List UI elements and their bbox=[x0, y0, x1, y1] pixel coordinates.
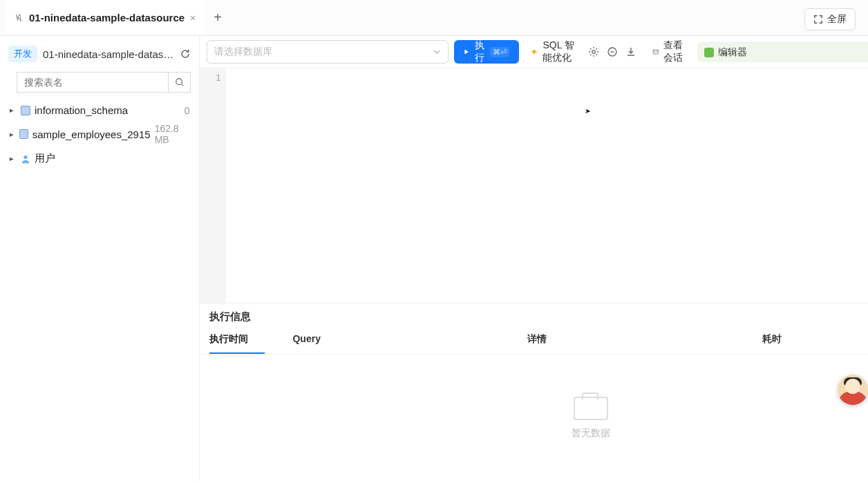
datasource-icon bbox=[14, 13, 23, 23]
search-wrap bbox=[17, 72, 191, 93]
tree-label: sample_employees_2915 bbox=[32, 129, 151, 140]
database-select[interactable]: 请选择数据库 bbox=[207, 40, 449, 64]
svg-point-1 bbox=[23, 155, 27, 158]
svg-rect-4 bbox=[610, 51, 614, 52]
search-input[interactable] bbox=[17, 73, 168, 92]
empty-text: 暂无数据 bbox=[572, 427, 610, 440]
results-panel: 执行信息 执行时间 Query 详情 耗时 暂无数据 bbox=[200, 303, 868, 481]
cursor-icon: ➤ bbox=[585, 106, 590, 117]
sql-editor[interactable]: 1 ➤ bbox=[200, 68, 868, 303]
line-number: 1 bbox=[205, 73, 220, 83]
tree-item-information-schema[interactable]: ▸ information_schema 0 bbox=[7, 101, 192, 120]
tree-item-users[interactable]: ▸ 用户 bbox=[7, 149, 192, 169]
stop-icon bbox=[607, 46, 618, 57]
col-query[interactable]: Query bbox=[292, 329, 500, 354]
tab-title: 01-ninedata-sample-datasource bbox=[29, 12, 185, 23]
assistant-avatar[interactable] bbox=[838, 375, 868, 405]
sql-optimize-button[interactable]: ✦ SQL 智能优化 bbox=[525, 40, 581, 64]
database-icon bbox=[19, 129, 28, 139]
empty-icon bbox=[574, 397, 608, 420]
tree-meta: 162.8 MB bbox=[155, 123, 190, 145]
db-select-placeholder: 请选择数据库 bbox=[214, 46, 272, 58]
empty-state: 暂无数据 bbox=[200, 355, 868, 481]
results-columns: 执行时间 Query 详情 耗时 bbox=[200, 326, 868, 355]
database-icon bbox=[21, 106, 30, 115]
search-icon bbox=[175, 77, 185, 87]
view-session-button[interactable]: 查看会话 bbox=[647, 40, 692, 64]
tab-bar: 01-ninedata-sample-datasource × + 全屏 bbox=[0, 0, 868, 36]
download-icon bbox=[625, 46, 636, 57]
results-title: 执行信息 bbox=[209, 310, 251, 323]
search-button[interactable] bbox=[168, 73, 190, 92]
play-icon bbox=[464, 48, 469, 56]
avatar-head bbox=[845, 379, 860, 394]
col-exec-time[interactable]: 执行时间 bbox=[209, 329, 265, 354]
col-cost[interactable]: 耗时 bbox=[762, 329, 818, 354]
tree-label: 用户 bbox=[35, 152, 189, 165]
svg-rect-5 bbox=[653, 50, 658, 54]
caret-icon: ▸ bbox=[10, 154, 17, 163]
close-icon[interactable]: × bbox=[190, 12, 196, 23]
refresh-icon[interactable] bbox=[180, 48, 191, 59]
sidebar-header: 开发 01-ninedata-sample-datasou... bbox=[0, 41, 199, 69]
svg-point-0 bbox=[176, 79, 182, 85]
tree-label: information_schema bbox=[35, 104, 180, 116]
execute-label: 执行 bbox=[473, 39, 486, 64]
chevron-down-icon bbox=[433, 48, 441, 56]
fullscreen-label: 全屏 bbox=[827, 13, 847, 26]
svg-point-2 bbox=[592, 50, 595, 53]
env-badge: 开发 bbox=[8, 46, 37, 62]
sql-optimize-label: SQL 智能优化 bbox=[542, 39, 576, 64]
db-tree: ▸ information_schema 0 ▸ sample_employee… bbox=[0, 98, 199, 171]
execute-button[interactable]: 执行 ⌘⏎ bbox=[454, 40, 519, 64]
editor-gutter: 1 bbox=[200, 68, 226, 303]
caret-icon: ▸ bbox=[10, 106, 17, 115]
fullscreen-icon bbox=[813, 15, 823, 24]
tree-item-sample-employees[interactable]: ▸ sample_employees_2915 162.8 MB bbox=[7, 120, 192, 149]
fullscreen-button[interactable]: 全屏 bbox=[804, 8, 856, 30]
sparkle-icon: ✦ bbox=[530, 46, 538, 57]
execute-shortcut: ⌘⏎ bbox=[490, 47, 509, 57]
editor-chip[interactable]: 编辑器 bbox=[697, 42, 868, 62]
editor-code-area[interactable]: ➤ bbox=[226, 68, 868, 303]
gear-icon bbox=[588, 46, 599, 57]
toolbar: 请选择数据库 执行 ⌘⏎ ✦ SQL 智能优化 bbox=[200, 36, 868, 68]
user-icon bbox=[21, 154, 30, 164]
main-panel: 请选择数据库 执行 ⌘⏎ ✦ SQL 智能优化 bbox=[200, 36, 868, 481]
add-tab-button[interactable]: + bbox=[204, 10, 232, 26]
caret-icon: ▸ bbox=[10, 130, 15, 139]
settings-button[interactable] bbox=[587, 41, 601, 62]
tree-meta: 0 bbox=[185, 105, 190, 116]
download-button[interactable] bbox=[624, 41, 637, 62]
editor-chip-icon bbox=[704, 48, 714, 57]
datasource-name[interactable]: 01-ninedata-sample-datasou... bbox=[43, 48, 174, 60]
stop-button[interactable] bbox=[605, 41, 619, 62]
envelope-icon bbox=[652, 46, 659, 57]
tab-datasource[interactable]: 01-ninedata-sample-datasource × bbox=[6, 0, 204, 35]
editor-chip-label: 编辑器 bbox=[718, 46, 747, 59]
view-session-label: 查看会话 bbox=[663, 39, 686, 64]
col-detail[interactable]: 详情 bbox=[527, 329, 735, 354]
sidebar: 开发 01-ninedata-sample-datasou... ▸ infor… bbox=[0, 36, 200, 481]
